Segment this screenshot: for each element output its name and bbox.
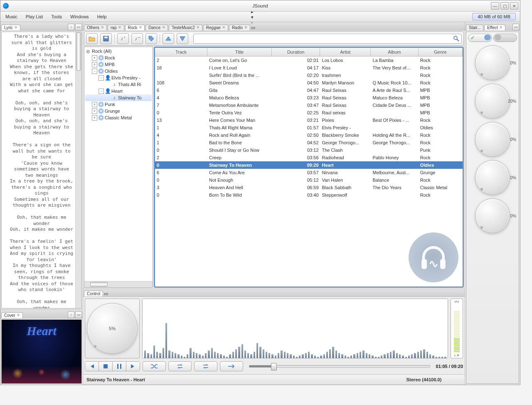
tree-node[interactable]: -👤Elvis Presley - bbox=[85, 74, 152, 81]
search-box[interactable] bbox=[193, 34, 462, 44]
tab-effect[interactable]: Effect× bbox=[484, 25, 505, 30]
table-row[interactable]: 0Tente Outra Vez02:25Raul seixasMPB bbox=[155, 109, 463, 116]
expand-icon[interactable]: + bbox=[92, 102, 97, 107]
seek-handle[interactable] bbox=[271, 363, 277, 370]
repeat-one-button[interactable] bbox=[194, 361, 217, 371]
control-pane-min-icon[interactable]: ▭ bbox=[104, 291, 108, 296]
next-button[interactable] bbox=[126, 362, 140, 371]
table-row[interactable]: 1Thats All Right Mama01:57Elvis Presley … bbox=[155, 124, 463, 131]
table-row[interactable]: 1Bad to the Bone04:52George Thorogo...Ge… bbox=[155, 139, 463, 146]
tree-node[interactable]: -👤Heart bbox=[85, 88, 152, 94]
table-row[interactable]: 7Metamorfose Ambulante03:47Raul SeixasCi… bbox=[155, 101, 463, 109]
expand-icon[interactable]: + bbox=[92, 55, 97, 61]
cover-pane-max-icon[interactable]: ▫ bbox=[68, 311, 74, 318]
tab-effect-close-icon[interactable]: × bbox=[500, 26, 502, 30]
table-row[interactable]: 2Come on, Let's Go02:01Los LobosLa Bamba… bbox=[155, 57, 463, 64]
tab-stair[interactable]: Stair... bbox=[466, 25, 483, 30]
menu-tools[interactable]: Tools bbox=[48, 13, 65, 20]
playlist-tab-others[interactable]: Others× bbox=[84, 25, 107, 30]
playlist-tab-testemusic2[interactable]: TesteMusic2× bbox=[169, 25, 202, 30]
table-row[interactable]: 0Should I Stay or Go Now03:12The ClashPu… bbox=[155, 146, 463, 154]
tree-hscrollbar[interactable] bbox=[84, 281, 153, 287]
tab-control[interactable]: Control bbox=[84, 291, 103, 296]
effect-toggle-on[interactable] bbox=[468, 34, 492, 42]
effect-toggle-off[interactable] bbox=[493, 34, 517, 42]
col-title[interactable]: Title bbox=[207, 48, 272, 56]
menu-help[interactable]: Help bbox=[94, 13, 110, 20]
playlist-tab-rock[interactable]: Rock× bbox=[125, 25, 145, 30]
lyric-pane-max-icon[interactable]: ▫ bbox=[68, 24, 74, 30]
search-icon[interactable] bbox=[453, 35, 460, 43]
table-row[interactable]: 2Creep03:56RadioheadPablo HoneyRock bbox=[155, 154, 463, 161]
col-duration[interactable]: Duration bbox=[272, 48, 320, 56]
tree-node[interactable]: -Oldies bbox=[85, 68, 152, 74]
add-music-button[interactable]: ♪+ bbox=[117, 33, 129, 44]
tab-lyric[interactable]: Lyric × bbox=[1, 25, 20, 30]
playlist-tab-close-icon[interactable]: × bbox=[162, 26, 165, 30]
table-row[interactable]: 0Stairway To Heaven09:20HeartOldies bbox=[155, 161, 463, 169]
prev-button[interactable] bbox=[85, 362, 99, 371]
table-row[interactable]: 4Rock and Roll Again02:50Blackberry Smok… bbox=[155, 131, 463, 139]
lyric-scrollbar[interactable] bbox=[75, 32, 81, 308]
genre-tree[interactable]: ◎Rock (All)+Rock+MPB-Oldies-👤Elvis Presl… bbox=[84, 47, 153, 281]
table-row[interactable]: 0Not Enough05:12Van HalenBalanceRock bbox=[155, 176, 463, 184]
col-artist[interactable]: Artist bbox=[320, 48, 371, 56]
expand-icon[interactable]: - bbox=[92, 69, 97, 74]
repeat-button[interactable] bbox=[168, 361, 192, 371]
effect-knob-2[interactable] bbox=[475, 84, 510, 119]
table-row[interactable]: 4Maluco Beleza03:23Raul SeixasMaluco Bel… bbox=[155, 94, 463, 101]
table-row[interactable]: 108Sweet Dreams04:50Marilyn MansonQ Musi… bbox=[155, 79, 463, 86]
table-row[interactable]: 6Come As You Are03:57NirvanaMelbourne, A… bbox=[155, 169, 463, 176]
seek-slider[interactable] bbox=[249, 365, 430, 368]
tree-node[interactable]: +Rock bbox=[85, 54, 152, 61]
table-row[interactable]: 13Here Comes Your Man03:21PixiesBest Of … bbox=[155, 116, 463, 124]
effect-knob-5[interactable] bbox=[475, 198, 510, 233]
save-button[interactable] bbox=[100, 33, 112, 44]
table-row[interactable]: 18I Love It Loud04:17KissThe Very Best o… bbox=[155, 64, 463, 72]
playlist-tab-close-icon[interactable]: × bbox=[197, 26, 200, 30]
stop-button[interactable] bbox=[99, 362, 113, 371]
pane-min-icon[interactable]: ▭ bbox=[251, 25, 255, 30]
effects-pane-min-icon[interactable]: ▭ bbox=[512, 24, 519, 30]
tab-list-icon[interactable]: ▾ bbox=[251, 15, 255, 20]
col-album[interactable]: Album bbox=[371, 48, 418, 56]
tree-root[interactable]: ◎Rock (All) bbox=[85, 48, 152, 54]
tab-cover[interactable]: Cover × bbox=[1, 312, 23, 318]
move-up-button[interactable] bbox=[163, 33, 174, 44]
effect-knob-4[interactable] bbox=[475, 160, 510, 195]
tab-lyric-close-icon[interactable]: × bbox=[15, 26, 17, 30]
col-track[interactable]: Track bbox=[155, 48, 207, 56]
playlist-tab-close-icon[interactable]: × bbox=[101, 26, 104, 30]
tag-button[interactable] bbox=[145, 33, 157, 44]
search-input[interactable] bbox=[196, 36, 451, 42]
playlist-tab-dance[interactable]: Dance× bbox=[145, 25, 168, 30]
open-folder-button[interactable] bbox=[86, 33, 98, 44]
playlist-tab-rap[interactable]: rap× bbox=[108, 25, 124, 30]
shuffle-button[interactable] bbox=[143, 361, 166, 371]
tree-node[interactable]: +Grunge bbox=[85, 108, 152, 114]
effect-knob-1[interactable] bbox=[475, 45, 510, 80]
cover-pane-min-icon[interactable]: ▭ bbox=[75, 311, 82, 318]
expand-icon[interactable]: - bbox=[99, 89, 104, 94]
pane-max-icon[interactable]: ▫ bbox=[251, 20, 255, 25]
table-row[interactable]: Surfin' Bird (Bird is the ...02:20trashm… bbox=[155, 72, 463, 79]
col-genre[interactable]: Genre bbox=[419, 48, 463, 56]
expand-icon[interactable]: + bbox=[92, 109, 97, 114]
playlist-tab-close-icon[interactable]: × bbox=[244, 26, 247, 30]
expand-icon[interactable]: + bbox=[92, 62, 97, 67]
continue-button[interactable] bbox=[220, 361, 243, 371]
move-down-button[interactable] bbox=[177, 33, 188, 44]
table-row[interactable]: 0Born To Be Wild03:40SteppenwolfRock bbox=[155, 191, 463, 199]
table-row[interactable]: 6Gita04:47Raul SeixasA Arte de Raul S...… bbox=[155, 86, 463, 94]
tree-node[interactable]: ♪Thats All Ri bbox=[85, 81, 152, 88]
expand-icon[interactable]: + bbox=[92, 115, 97, 121]
tree-node[interactable]: +Classic Metal bbox=[85, 114, 152, 121]
playlist-tab-close-icon[interactable]: × bbox=[118, 26, 121, 30]
tab-cover-close-icon[interactable]: × bbox=[17, 314, 20, 317]
playlist-tab-radio[interactable]: Radio× bbox=[229, 25, 250, 30]
tree-node[interactable]: +MPB bbox=[85, 61, 152, 68]
effect-knob-3[interactable] bbox=[475, 122, 510, 157]
tree-node[interactable]: ♪Stairway To bbox=[85, 94, 152, 101]
lyric-pane-min-icon[interactable]: ▭ bbox=[75, 24, 82, 30]
playlist-tab-close-icon[interactable]: × bbox=[222, 26, 225, 30]
